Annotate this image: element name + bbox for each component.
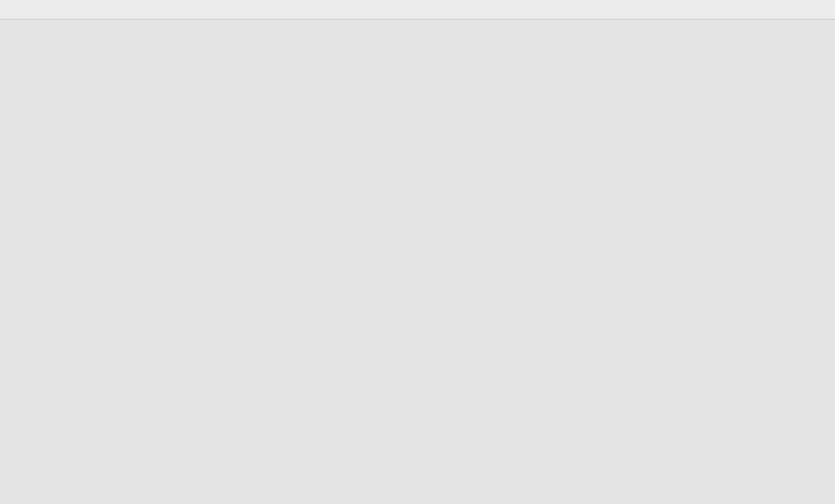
top-section [0, 0, 835, 20]
bottom-section [0, 20, 835, 504]
system-preferences [0, 0, 835, 504]
